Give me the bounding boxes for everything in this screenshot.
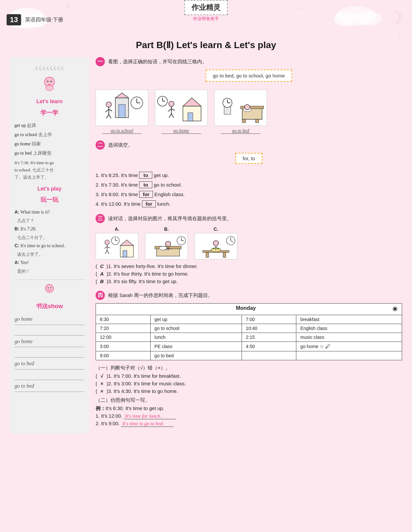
writing-line-6: [15, 371, 84, 380]
section3: 三 读对话，选择对应的图片，将其序号填在题前的括号里。 A.: [96, 214, 402, 284]
pic-option-b: B.: [145, 226, 188, 259]
image-label-school: go to school: [102, 128, 142, 134]
time-5a: 9:00: [96, 351, 151, 360]
table-row-4: 3:00 PE class 4:50 go home ☆ 🖊: [96, 342, 402, 351]
section2-word-box: for, to: [235, 153, 262, 164]
activity-5a: go to bed: [150, 351, 242, 360]
sidebar-sentence: It's 7:30. It's time to go to school. 七点…: [15, 159, 84, 181]
svg-point-67: [165, 241, 171, 247]
activity-4b: go home ☆ 🖊: [296, 342, 402, 351]
svg-line-23: [105, 109, 109, 112]
header: 13 英语四年级·下册 作业精灵 作业帮爸爸手: [0, 0, 412, 36]
svg-rect-60: [123, 251, 127, 257]
svg-point-78: [213, 241, 219, 246]
sidebar-dialog: A: What time is it? 几点了？ B: It's 7:20. 七…: [15, 208, 84, 275]
activity-3a: lunch: [150, 333, 242, 342]
stamp-area: 作业精灵 作业帮爸爸手: [184, 0, 228, 22]
svg-point-17: [50, 287, 51, 288]
sun-icon: ☀: [392, 305, 398, 313]
curl-decoration: ς ς ς ς ς ς ς ς: [15, 62, 84, 73]
image-label-home: go home: [162, 128, 201, 134]
judge-answer-1: √: [99, 373, 105, 379]
answer-3: for: [139, 191, 153, 198]
sidebar-section2-zh: 玩一玩: [15, 194, 84, 205]
svg-line-56: [105, 251, 107, 254]
time-4a: 3:00: [96, 342, 151, 351]
svg-line-35: [168, 109, 171, 111]
section3-picture-options: A.: [96, 226, 402, 259]
sidebar-section1-zh: 学一学: [15, 107, 84, 118]
image-box-school: go to school: [96, 90, 148, 134]
section4-instruction: 根据 Sarah 周一的作息时间表，完成下列题目。: [108, 292, 213, 299]
svg-marker-31: [183, 98, 201, 106]
svg-point-21: [106, 102, 111, 107]
section1-images-row: go to school: [96, 90, 402, 134]
judge-answer-3: ×: [99, 388, 105, 394]
bed-illustration: [216, 91, 265, 124]
svg-point-13: [50, 81, 52, 82]
sidebar-section1-en: Let's learn: [15, 97, 84, 106]
time-1a: 6:30: [96, 315, 151, 324]
calligraphy-section: 书法show go home go home go to bed go to b…: [15, 280, 84, 392]
match-3: ( B )3. It's six fifty. It's time to get…: [96, 279, 402, 284]
pic-option-c: C.: [194, 226, 237, 259]
judge-1: ( √ )1. It's 7:00. It's time for breakfa…: [96, 373, 402, 379]
school-illustration: [97, 91, 147, 124]
svg-line-55: [107, 247, 110, 248]
activity-4a: PE class: [150, 342, 242, 351]
table-row-5: 9:00 go to bed: [96, 351, 402, 360]
time-3a: 12:00: [96, 333, 151, 342]
page-number: 13: [7, 14, 21, 25]
sentence-1: 1. It's 6:25. It's time to get up.: [96, 172, 402, 179]
vocab-item-2: go to school 去上学: [15, 130, 84, 139]
section3-num: 三: [96, 214, 105, 223]
main-title: Part B(Ⅱ) Let's learn & Let's play: [0, 40, 412, 50]
write-answer-1: It's time for lunch.: [124, 413, 176, 419]
svg-line-37: [169, 114, 171, 118]
sub-section-2: （二）仿照例句写一写。 例：It's 6:30. It's time to ge…: [96, 397, 402, 427]
section2-wordbox-wrapper: for, to: [96, 153, 402, 168]
time-3b: 2:15: [242, 333, 296, 342]
example-line: 例：It's 6:30. It's time to get up.: [96, 405, 402, 412]
writing-line-2: [15, 326, 84, 336]
svg-rect-44: [242, 119, 246, 123]
svg-line-24: [109, 109, 112, 111]
section1-header: 一 看图，选择正确的短语，并写在四线三格内。: [96, 57, 402, 66]
section1: 一 看图，选择正确的短语，并写在四线三格内。 go to bed, go to …: [96, 57, 402, 134]
stamp-box: 作业精灵: [184, 0, 228, 15]
svg-rect-45: [255, 119, 259, 123]
answer-2: to: [139, 181, 152, 188]
answer-1: to: [139, 172, 152, 179]
section2-header: 二 选词填空。: [96, 140, 402, 150]
time-4b: 4:50: [242, 342, 296, 351]
pic-drawn-b: [145, 233, 188, 259]
activity-2b: English class: [296, 324, 402, 333]
vocab-item-3: go home 回家: [15, 139, 84, 149]
svg-line-54: [104, 247, 107, 249]
image-box-home: go home: [155, 90, 208, 134]
drawn-image-home: [155, 90, 208, 126]
section1-num: 一: [96, 57, 105, 66]
writing-line-4: [15, 348, 84, 358]
svg-point-16: [48, 287, 49, 288]
section4-num: 四: [96, 291, 105, 300]
write-line-2: 2. It's 9:00. It's time to go to bed.: [96, 421, 402, 427]
sentence-2: 2. It's 7:30. It's time to go to school.: [96, 181, 402, 188]
main-content: 一 看图，选择正确的短语，并写在四线三格内。 go to bed, go to …: [96, 57, 402, 433]
time-5b: [242, 351, 296, 360]
sub-section-1: （一）判断句子对（√）错（×）。 ( √ )1. It's 7:00. It's…: [96, 365, 402, 394]
match-1: ( C )1. It's seven forty-five. It's time…: [96, 263, 402, 269]
svg-point-47: [245, 104, 250, 110]
svg-line-36: [171, 109, 175, 110]
activity-5b: [296, 351, 402, 360]
content-area: ς ς ς ς ς ς ς ς Let's learn 学一学 get up 起…: [0, 57, 412, 433]
stamp-sub: 作业帮爸爸手: [184, 16, 228, 22]
pic-drawn-a: [96, 233, 138, 259]
answer-4: for: [142, 200, 156, 207]
section2-num: 二: [96, 140, 105, 150]
svg-line-38: [171, 114, 174, 118]
match-answer-2: A: [99, 271, 105, 277]
drawn-image-school: [96, 90, 148, 126]
subtitle: 英语四年级·下册: [25, 16, 63, 23]
svg-point-12: [47, 81, 48, 82]
